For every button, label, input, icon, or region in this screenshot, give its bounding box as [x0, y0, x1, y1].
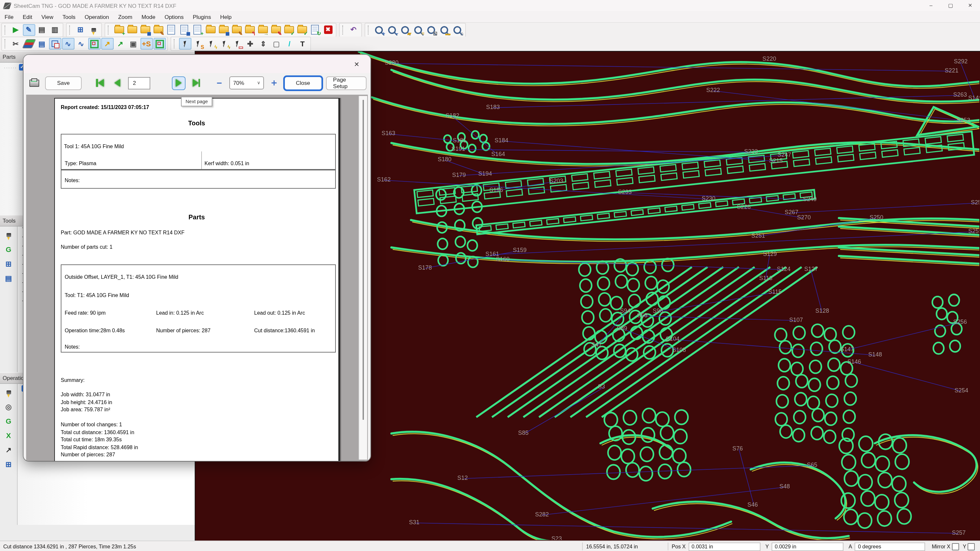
verify-parts-button[interactable]: ✓	[283, 24, 295, 36]
op-drill-button[interactable]: ◎	[3, 402, 14, 412]
save-part-copy-button[interactable]: ◼	[178, 24, 191, 36]
new-part-button[interactable]: +	[113, 24, 125, 36]
dialog-close-icon[interactable]: ✕	[350, 57, 364, 70]
menu-zoom[interactable]: Zoom	[114, 11, 137, 22]
page-setup-button[interactable]: Page Setup	[326, 76, 366, 90]
machine-button[interactable]: ▣	[127, 38, 140, 49]
op-torch-button[interactable]	[3, 387, 14, 398]
measure-button[interactable]: ↗	[114, 38, 126, 49]
edit-nodes-button[interactable]: ∿	[62, 38, 74, 49]
print-button[interactable]: ▤	[36, 24, 48, 36]
select-cursor-button[interactable]	[179, 38, 191, 49]
slash-tool-button[interactable]: /	[283, 38, 296, 49]
part-mode-button[interactable]	[153, 38, 165, 49]
menu-edit[interactable]: Edit	[18, 11, 37, 22]
zoom-in-button[interactable]: ＋	[268, 77, 280, 89]
op-export-button[interactable]: X	[3, 430, 14, 441]
save-part-button[interactable]: ◼	[139, 24, 151, 36]
tool-table-button[interactable]: ⊞	[3, 259, 14, 269]
menu-view[interactable]: View	[37, 11, 58, 22]
show-parts-button[interactable]	[49, 38, 61, 49]
tool-info-button[interactable]: ▤	[3, 273, 14, 283]
open-part-button[interactable]	[126, 24, 138, 36]
calculator-button[interactable]: ⊞	[74, 24, 87, 36]
open-recent-button[interactable]: →	[256, 24, 269, 36]
pos-x-field[interactable]: 0.0031 in	[688, 542, 760, 551]
tool-torch-button[interactable]	[3, 230, 14, 240]
show-contours-button[interactable]	[88, 38, 100, 49]
op-gcode-button[interactable]: G	[3, 416, 14, 426]
gcode-list-button[interactable]: G	[3, 244, 14, 255]
import-job-button[interactable]: ↰	[243, 24, 256, 36]
resize-part-button[interactable]: ⇕	[257, 38, 269, 49]
move-node-button[interactable]: ↗	[101, 38, 113, 49]
report-button[interactable]: ✎	[22, 24, 35, 36]
mirror-y-checkbox[interactable]	[967, 543, 975, 550]
zoom-window-button[interactable]: ⊡	[425, 24, 438, 36]
operation-box: Outside Offset, LAYER_1, T1: 45A 10G Fin…	[61, 264, 336, 353]
zoom-level-select[interactable]: 70% ∨	[229, 76, 264, 89]
print-report-button[interactable]	[27, 76, 41, 90]
run-postprocessor-button[interactable]: ▶	[10, 24, 22, 36]
zoom-out-button[interactable]: −	[213, 78, 225, 88]
pos-y-field[interactable]: 0.0029 in	[772, 542, 843, 551]
move-part-button[interactable]: ✚	[244, 38, 256, 49]
report-scrollbar-thumb[interactable]	[363, 100, 364, 420]
menu-help[interactable]: Help	[216, 11, 236, 22]
plot-button[interactable]: ▥	[49, 24, 61, 36]
quick-cut-alt-cursor-button[interactable]: ϟ	[218, 38, 230, 49]
op-simulate-button[interactable]: ↗	[3, 445, 14, 455]
undo-button[interactable]: ↶	[347, 24, 360, 36]
edit-part-button[interactable]: ✎	[152, 24, 164, 36]
close-report-button[interactable]: Close	[284, 76, 322, 90]
rect-select-cursor-button[interactable]: ▭	[231, 38, 243, 49]
first-page-button[interactable]	[93, 76, 107, 90]
zoom-material-button[interactable]: ▬	[438, 24, 450, 36]
new-job-button[interactable]: +	[191, 24, 204, 36]
quick-cut-cursor-button[interactable]: ϟ	[205, 38, 217, 49]
zoom-out-button[interactable]: −	[386, 24, 398, 36]
page-number-input[interactable]: 2	[128, 77, 150, 89]
post-output-button[interactable]: ▤	[36, 38, 48, 49]
copy-part-button[interactable]	[165, 24, 177, 36]
edit-toolset-button[interactable]: ✎	[269, 24, 282, 36]
delete-button[interactable]: ✖	[322, 24, 334, 36]
zoom-part-button[interactable]: ▰	[399, 24, 411, 36]
report-scrollbar[interactable]	[359, 96, 367, 460]
refresh-table-button[interactable]: ↻	[309, 24, 321, 36]
torch-setup-button[interactable]	[87, 24, 100, 36]
contour-label-S89: S89	[617, 325, 627, 332]
dotted-rect-button[interactable]: ▢	[270, 38, 283, 49]
edit-polyline-button[interactable]: ∿	[75, 38, 87, 49]
mirror-x-checkbox[interactable]	[951, 543, 959, 550]
open-job-button[interactable]	[204, 24, 216, 36]
previous-page-button[interactable]	[111, 76, 124, 90]
next-page-button[interactable]	[172, 76, 186, 90]
edit-job-button[interactable]: ✎	[230, 24, 243, 36]
text-tool-button[interactable]: T	[296, 38, 309, 49]
zoom-in-button[interactable]: +	[373, 24, 385, 36]
save-button[interactable]: Save	[45, 76, 82, 90]
start-point-cursor-button[interactable]: S	[192, 38, 204, 49]
maximize-button[interactable]: ▢	[941, 0, 960, 11]
menu-tools[interactable]: Tools	[58, 11, 80, 22]
report-dialog-titlebar[interactable]: ✕	[24, 55, 371, 73]
add-start-point-button[interactable]: +S	[140, 38, 153, 49]
layers-button[interactable]	[22, 38, 35, 49]
menu-file[interactable]: File	[0, 11, 18, 22]
angle-field[interactable]: 0 degrees	[854, 542, 925, 551]
menu-plugins[interactable]: Plugins	[188, 11, 216, 22]
close-button[interactable]: ✕	[960, 0, 980, 11]
zoom-machine-button[interactable]: ⌂	[451, 24, 463, 36]
tree-expander[interactable]: ······	[4, 65, 17, 70]
op-table-button[interactable]: ⊞	[3, 459, 14, 469]
scissors-button[interactable]: ✂	[10, 38, 22, 49]
menu-mode[interactable]: Mode	[137, 11, 160, 22]
save-job-button[interactable]: ◼	[217, 24, 230, 36]
zoom-all-parts-button[interactable]: ≡	[412, 24, 424, 36]
approve-parts-button[interactable]: ✓	[296, 24, 308, 36]
menu-operation[interactable]: Operation	[80, 11, 114, 22]
last-page-button[interactable]	[190, 76, 204, 90]
menu-options[interactable]: Options	[160, 11, 188, 22]
minimize-button[interactable]: –	[921, 0, 941, 11]
